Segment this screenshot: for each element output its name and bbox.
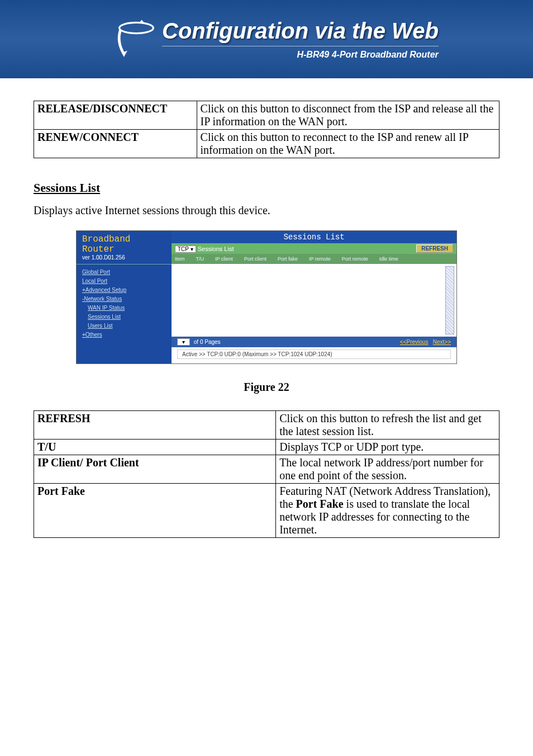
header-banner: Configuration via the Web H-BR49 4-Port … (0, 0, 533, 78)
shot-brand2: Router (77, 244, 172, 254)
page-content: RELEASE/DISCONNECT Click on this button … (0, 78, 533, 549)
protocol-select[interactable]: TCP ▾ (175, 245, 196, 253)
pages-text: of 0 Pages (194, 339, 221, 345)
shot-sidebar: Broadband Router ver 1.00.D01.256 Global… (77, 231, 172, 363)
shot-brand1: Broadband (77, 231, 172, 244)
shot-sub-label: Sessions List (198, 245, 234, 252)
table-row: REFRESH Click on this button to refresh … (34, 411, 499, 440)
sessions-heading: Sessions List (34, 181, 499, 195)
nav-network-status[interactable]: -Network Status (82, 295, 166, 304)
row-label: T/U (34, 440, 276, 455)
router-arrow-icon (112, 17, 156, 62)
shot-subbar: TCP ▾ Sessions List REFRESH (172, 243, 456, 254)
sessions-body: Displays active Internet sessions throug… (34, 204, 499, 217)
next-link[interactable]: Next>> (433, 339, 451, 345)
row-label: RENEW/CONNECT (34, 130, 197, 158)
shot-main: Sessions List TCP ▾ Sessions List REFRES… (172, 231, 456, 363)
shot-columns: Item T/U IP client Port client Port fake… (172, 254, 456, 264)
row-desc: Click on this button to refresh the list… (276, 411, 499, 440)
col-idle-time: Idle time (379, 256, 398, 262)
nav-others[interactable]: +Others (82, 330, 166, 339)
table-row: RELEASE/DISCONNECT Click on this button … (34, 101, 499, 130)
banner-title: Configuration via the Web (162, 18, 439, 44)
col-ip-client: IP client (215, 256, 233, 262)
prev-link[interactable]: <<Previous (400, 339, 429, 345)
page-select[interactable]: ▾ (177, 338, 190, 346)
row-desc: The local network IP address/port number… (276, 455, 499, 484)
row-label: IP Client/ Port Client (34, 455, 276, 484)
table-row: T/U Displays TCP or UDP port type. (34, 440, 499, 455)
nav-wan-ip-status[interactable]: WAN IP Status (82, 304, 166, 313)
nav-local-port[interactable]: Local Port (82, 277, 166, 286)
row-desc: Click on this button to disconnect from … (197, 101, 499, 130)
row-desc: Displays TCP or UDP port type. (276, 440, 499, 455)
nav-global-port[interactable]: Global Port (82, 268, 166, 277)
row-label: Port Fake (34, 484, 276, 538)
col-ip-remote: IP remote (309, 256, 331, 262)
definitions-table: REFRESH Click on this button to refresh … (34, 410, 499, 538)
scrollbar[interactable] (445, 266, 454, 334)
row-label: REFRESH (34, 411, 276, 440)
refresh-button[interactable]: REFRESH (416, 244, 453, 253)
row-label: RELEASE/DISCONNECT (34, 101, 197, 130)
shot-main-title: Sessions List (172, 231, 456, 243)
nav-advanced-setup[interactable]: +Advanced Setup (82, 286, 166, 295)
table-row: IP Client/ Port Client The local network… (34, 455, 499, 484)
release-renew-table: RELEASE/DISCONNECT Click on this button … (34, 101, 499, 158)
shot-version: ver 1.00.D01.256 (77, 254, 172, 264)
nav-sessions-list[interactable]: Sessions List (82, 313, 166, 322)
col-port-client: Port client (244, 256, 266, 262)
row-desc: Featuring NAT (Network Address Translati… (276, 484, 499, 538)
shot-nav: Global Port Local Port +Advanced Setup -… (77, 268, 172, 345)
shot-footer-stats: Active >> TCP:0 UDP:0 (Maximum >> TCP:10… (177, 349, 451, 359)
col-port-remote: Port remote (342, 256, 368, 262)
table-row: Port Fake Featuring NAT (Network Address… (34, 484, 499, 538)
shot-footer: ▾ of 0 Pages <<Previous Next>> (172, 337, 456, 347)
col-tu: T/U (196, 256, 204, 262)
svg-point-0 (120, 22, 154, 33)
col-item: Item (175, 256, 185, 262)
row-desc: Click on this button to reconnect to the… (197, 130, 499, 158)
figure-caption: Figure 22 (34, 381, 499, 394)
col-port-fake: Port fake (278, 256, 298, 262)
shot-empty-list (172, 264, 456, 337)
nav-users-list[interactable]: Users List (82, 322, 166, 330)
figure-wrap: Broadband Router ver 1.00.D01.256 Global… (34, 230, 499, 364)
sessions-screenshot: Broadband Router ver 1.00.D01.256 Global… (76, 230, 457, 364)
banner-subtitle: H-BR49 4-Port Broadband Router (162, 46, 439, 60)
table-row: RENEW/CONNECT Click on this button to re… (34, 130, 499, 158)
